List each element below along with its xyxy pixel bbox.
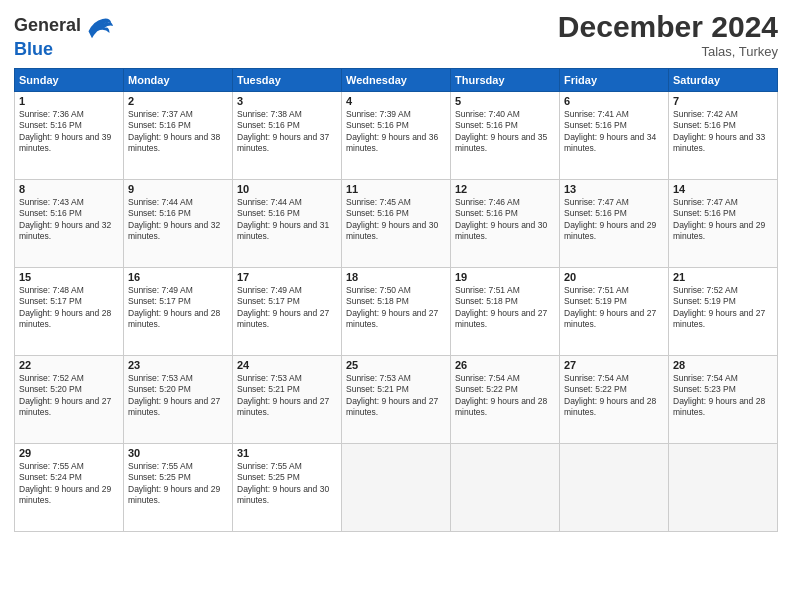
day-info: Sunrise: 7:39 AMSunset: 5:16 PMDaylight:…: [346, 109, 446, 155]
day-info: Sunrise: 7:53 AMSunset: 5:21 PMDaylight:…: [346, 373, 446, 419]
day-info: Sunrise: 7:47 AMSunset: 5:16 PMDaylight:…: [564, 197, 664, 243]
day-info: Sunrise: 7:55 AMSunset: 5:24 PMDaylight:…: [19, 461, 119, 507]
calendar-cell: [451, 443, 560, 531]
calendar-cell: 13Sunrise: 7:47 AMSunset: 5:16 PMDayligh…: [560, 179, 669, 267]
day-number: 23: [128, 359, 228, 371]
day-number: 18: [346, 271, 446, 283]
day-number: 20: [564, 271, 664, 283]
day-number: 21: [673, 271, 773, 283]
month-title: December 2024: [558, 12, 778, 42]
day-info: Sunrise: 7:44 AMSunset: 5:16 PMDaylight:…: [128, 197, 228, 243]
day-info: Sunrise: 7:53 AMSunset: 5:20 PMDaylight:…: [128, 373, 228, 419]
day-number: 7: [673, 95, 773, 107]
day-number: 13: [564, 183, 664, 195]
day-info: Sunrise: 7:41 AMSunset: 5:16 PMDaylight:…: [564, 109, 664, 155]
day-number: 31: [237, 447, 337, 459]
calendar-cell: [560, 443, 669, 531]
day-info: Sunrise: 7:50 AMSunset: 5:18 PMDaylight:…: [346, 285, 446, 331]
day-info: Sunrise: 7:47 AMSunset: 5:16 PMDaylight:…: [673, 197, 773, 243]
calendar-cell: 22Sunrise: 7:52 AMSunset: 5:20 PMDayligh…: [15, 355, 124, 443]
calendar-cell: 5Sunrise: 7:40 AMSunset: 5:16 PMDaylight…: [451, 91, 560, 179]
week-row-1: 1Sunrise: 7:36 AMSunset: 5:16 PMDaylight…: [15, 91, 778, 179]
day-number: 16: [128, 271, 228, 283]
day-info: Sunrise: 7:43 AMSunset: 5:16 PMDaylight:…: [19, 197, 119, 243]
calendar-cell: 8Sunrise: 7:43 AMSunset: 5:16 PMDaylight…: [15, 179, 124, 267]
day-number: 30: [128, 447, 228, 459]
week-row-4: 22Sunrise: 7:52 AMSunset: 5:20 PMDayligh…: [15, 355, 778, 443]
week-row-2: 8Sunrise: 7:43 AMSunset: 5:16 PMDaylight…: [15, 179, 778, 267]
calendar-cell: [669, 443, 778, 531]
calendar-cell: 3Sunrise: 7:38 AMSunset: 5:16 PMDaylight…: [233, 91, 342, 179]
calendar-cell: 19Sunrise: 7:51 AMSunset: 5:18 PMDayligh…: [451, 267, 560, 355]
day-number: 15: [19, 271, 119, 283]
day-number: 24: [237, 359, 337, 371]
day-info: Sunrise: 7:42 AMSunset: 5:16 PMDaylight:…: [673, 109, 773, 155]
day-info: Sunrise: 7:54 AMSunset: 5:22 PMDaylight:…: [455, 373, 555, 419]
logo-bird-icon: [85, 12, 113, 40]
day-info: Sunrise: 7:49 AMSunset: 5:17 PMDaylight:…: [237, 285, 337, 331]
day-info: Sunrise: 7:52 AMSunset: 5:20 PMDaylight:…: [19, 373, 119, 419]
day-info: Sunrise: 7:55 AMSunset: 5:25 PMDaylight:…: [128, 461, 228, 507]
day-number: 3: [237, 95, 337, 107]
week-row-3: 15Sunrise: 7:48 AMSunset: 5:17 PMDayligh…: [15, 267, 778, 355]
calendar-cell: 15Sunrise: 7:48 AMSunset: 5:17 PMDayligh…: [15, 267, 124, 355]
logo-text-general: General: [14, 16, 81, 36]
calendar-cell: 6Sunrise: 7:41 AMSunset: 5:16 PMDaylight…: [560, 91, 669, 179]
day-info: Sunrise: 7:45 AMSunset: 5:16 PMDaylight:…: [346, 197, 446, 243]
calendar-cell: 18Sunrise: 7:50 AMSunset: 5:18 PMDayligh…: [342, 267, 451, 355]
day-info: Sunrise: 7:55 AMSunset: 5:25 PMDaylight:…: [237, 461, 337, 507]
day-number: 19: [455, 271, 555, 283]
day-info: Sunrise: 7:54 AMSunset: 5:23 PMDaylight:…: [673, 373, 773, 419]
day-number: 17: [237, 271, 337, 283]
dow-header-monday: Monday: [124, 68, 233, 91]
calendar-cell: 14Sunrise: 7:47 AMSunset: 5:16 PMDayligh…: [669, 179, 778, 267]
day-info: Sunrise: 7:49 AMSunset: 5:17 PMDaylight:…: [128, 285, 228, 331]
dow-header-wednesday: Wednesday: [342, 68, 451, 91]
calendar-cell: 28Sunrise: 7:54 AMSunset: 5:23 PMDayligh…: [669, 355, 778, 443]
day-number: 2: [128, 95, 228, 107]
calendar-table: SundayMondayTuesdayWednesdayThursdayFrid…: [14, 68, 778, 532]
day-number: 1: [19, 95, 119, 107]
day-number: 10: [237, 183, 337, 195]
page-header: General Blue December 2024 Talas, Turkey: [14, 12, 778, 60]
day-number: 4: [346, 95, 446, 107]
day-number: 12: [455, 183, 555, 195]
calendar-cell: [342, 443, 451, 531]
title-block: December 2024 Talas, Turkey: [558, 12, 778, 59]
calendar-cell: 26Sunrise: 7:54 AMSunset: 5:22 PMDayligh…: [451, 355, 560, 443]
calendar-cell: 29Sunrise: 7:55 AMSunset: 5:24 PMDayligh…: [15, 443, 124, 531]
week-row-5: 29Sunrise: 7:55 AMSunset: 5:24 PMDayligh…: [15, 443, 778, 531]
day-info: Sunrise: 7:37 AMSunset: 5:16 PMDaylight:…: [128, 109, 228, 155]
dow-header-tuesday: Tuesday: [233, 68, 342, 91]
location-text: Talas, Turkey: [558, 44, 778, 59]
dow-header-friday: Friday: [560, 68, 669, 91]
day-number: 6: [564, 95, 664, 107]
day-number: 28: [673, 359, 773, 371]
calendar-cell: 24Sunrise: 7:53 AMSunset: 5:21 PMDayligh…: [233, 355, 342, 443]
day-number: 14: [673, 183, 773, 195]
calendar-cell: 2Sunrise: 7:37 AMSunset: 5:16 PMDaylight…: [124, 91, 233, 179]
day-info: Sunrise: 7:51 AMSunset: 5:18 PMDaylight:…: [455, 285, 555, 331]
day-number: 26: [455, 359, 555, 371]
calendar-cell: 23Sunrise: 7:53 AMSunset: 5:20 PMDayligh…: [124, 355, 233, 443]
day-number: 5: [455, 95, 555, 107]
day-number: 22: [19, 359, 119, 371]
calendar-cell: 20Sunrise: 7:51 AMSunset: 5:19 PMDayligh…: [560, 267, 669, 355]
day-info: Sunrise: 7:38 AMSunset: 5:16 PMDaylight:…: [237, 109, 337, 155]
logo-text-blue: Blue: [14, 39, 53, 59]
calendar-cell: 16Sunrise: 7:49 AMSunset: 5:17 PMDayligh…: [124, 267, 233, 355]
calendar-cell: 27Sunrise: 7:54 AMSunset: 5:22 PMDayligh…: [560, 355, 669, 443]
dow-header-saturday: Saturday: [669, 68, 778, 91]
day-info: Sunrise: 7:51 AMSunset: 5:19 PMDaylight:…: [564, 285, 664, 331]
dow-header-thursday: Thursday: [451, 68, 560, 91]
day-number: 29: [19, 447, 119, 459]
day-number: 27: [564, 359, 664, 371]
day-info: Sunrise: 7:52 AMSunset: 5:19 PMDaylight:…: [673, 285, 773, 331]
day-number: 9: [128, 183, 228, 195]
calendar-cell: 30Sunrise: 7:55 AMSunset: 5:25 PMDayligh…: [124, 443, 233, 531]
calendar-cell: 7Sunrise: 7:42 AMSunset: 5:16 PMDaylight…: [669, 91, 778, 179]
day-info: Sunrise: 7:46 AMSunset: 5:16 PMDaylight:…: [455, 197, 555, 243]
day-number: 8: [19, 183, 119, 195]
day-info: Sunrise: 7:48 AMSunset: 5:17 PMDaylight:…: [19, 285, 119, 331]
days-of-week-row: SundayMondayTuesdayWednesdayThursdayFrid…: [15, 68, 778, 91]
